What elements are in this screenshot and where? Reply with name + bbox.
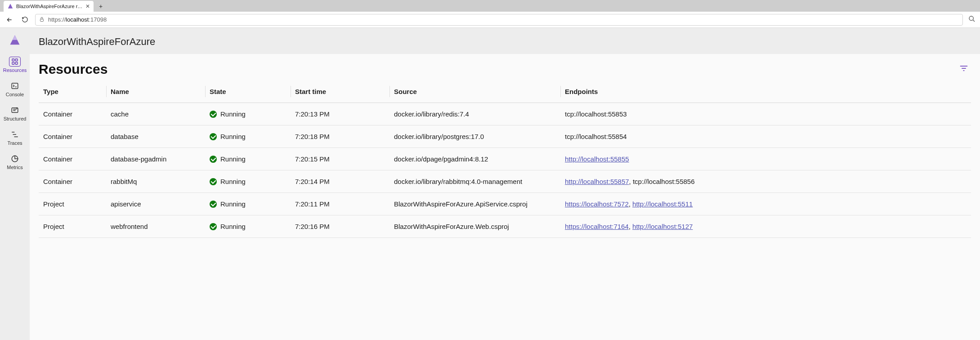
tab-title: BlazorWithAspireForAzure resour…	[16, 4, 83, 9]
app-title: BlazorWithAspireForAzure	[30, 28, 980, 54]
sidebar-item-resources[interactable]: Resources	[1, 54, 28, 76]
state-text: Running	[220, 133, 246, 140]
cell-state: Running	[205, 193, 291, 215]
svg-rect-5	[15, 62, 18, 64]
endpoint-text: tcp://localhost:55856	[633, 178, 695, 185]
cell-type: Project	[39, 193, 106, 215]
grid-icon	[9, 57, 21, 67]
svg-point-1	[969, 16, 973, 20]
url-host: localhost	[66, 16, 89, 23]
sidebar-item-label: Traces	[7, 140, 22, 146]
cell-type: Project	[39, 215, 106, 238]
table-row[interactable]: ProjectwebfrontendRunning7:20:16 PMBlazo…	[39, 215, 971, 238]
cell-source: docker.io/library/postgres:17.0	[389, 125, 560, 148]
cell-name: apiservice	[106, 193, 205, 215]
endpoint-link[interactable]: http://localhost:5511	[632, 200, 693, 208]
svg-rect-0	[40, 19, 44, 21]
check-circle-icon	[210, 201, 217, 208]
new-tab-button[interactable]: +	[95, 1, 106, 12]
svg-rect-2	[12, 59, 14, 61]
url-port: :17098	[89, 16, 107, 23]
svg-rect-6	[12, 83, 18, 89]
sidebar: Resources Console Structured Traces Metr…	[0, 28, 30, 340]
cell-state: Running	[205, 125, 291, 148]
cell-source: BlazorWithAspireForAzure.ApiService.cspr…	[389, 193, 560, 215]
column-header-start[interactable]: Start time	[291, 81, 389, 103]
column-header-endpoints[interactable]: Endpoints	[560, 81, 971, 103]
column-header-state[interactable]: State	[205, 81, 291, 103]
aspire-logo-icon	[9, 34, 21, 47]
cell-source: docker.io/library/redis:7.4	[389, 103, 560, 125]
column-header-type[interactable]: Type	[39, 81, 106, 103]
browser-tab[interactable]: BlazorWithAspireForAzure resour… ✕	[4, 1, 94, 12]
check-circle-icon	[210, 111, 217, 118]
sidebar-item-console[interactable]: Console	[1, 78, 28, 100]
aspire-favicon	[7, 3, 13, 9]
cell-start-time: 7:20:14 PM	[291, 170, 389, 193]
terminal-icon	[9, 81, 21, 91]
cell-type: Container	[39, 170, 106, 193]
cell-source: docker.io/dpage/pgadmin4:8.12	[389, 148, 560, 170]
endpoint-link[interactable]: https://localhost:7164	[565, 223, 629, 230]
sidebar-item-traces[interactable]: Traces	[1, 127, 28, 148]
browser-tab-strip: BlazorWithAspireForAzure resour… ✕ +	[0, 0, 980, 12]
back-button[interactable]	[4, 15, 14, 25]
address-bar[interactable]: https://localhost:17098	[35, 14, 963, 26]
table-row[interactable]: ContainerdatabaseRunning7:20:18 PMdocker…	[39, 125, 971, 148]
endpoint-link[interactable]: https://localhost:7572	[565, 200, 629, 208]
state-text: Running	[220, 155, 246, 163]
cell-name: database-pgadmin	[106, 148, 205, 170]
column-header-name[interactable]: Name	[106, 81, 205, 103]
endpoint-link[interactable]: http://localhost:5127	[632, 223, 693, 230]
search-icon[interactable]	[968, 15, 976, 24]
cell-start-time: 7:20:15 PM	[291, 148, 389, 170]
table-row[interactable]: Containerdatabase-pgadminRunning7:20:15 …	[39, 148, 971, 170]
state-text: Running	[220, 200, 246, 208]
cell-start-time: 7:20:11 PM	[291, 193, 389, 215]
check-circle-icon	[210, 178, 217, 185]
url-scheme: https://	[48, 16, 66, 23]
browser-toolbar: https://localhost:17098	[0, 12, 980, 28]
sidebar-item-label: Structured	[4, 116, 27, 121]
state-text: Running	[220, 110, 246, 118]
cell-endpoints: http://localhost:55857, tcp://localhost:…	[560, 170, 971, 193]
cell-start-time: 7:20:18 PM	[291, 125, 389, 148]
refresh-button[interactable]	[20, 15, 30, 25]
cell-state: Running	[205, 170, 291, 193]
endpoint-text: tcp://localhost:55854	[565, 133, 627, 140]
cell-type: Container	[39, 103, 106, 125]
endpoint-link[interactable]: http://localhost:55855	[565, 155, 629, 163]
gantt-icon	[9, 130, 21, 139]
cell-endpoints: https://localhost:7572, http://localhost…	[560, 193, 971, 215]
endpoint-text: tcp://localhost:55853	[565, 110, 627, 118]
cell-name: cache	[106, 103, 205, 125]
table-row[interactable]: ContainerrabbitMqRunning7:20:14 PMdocker…	[39, 170, 971, 193]
sidebar-item-structured[interactable]: Structured	[1, 103, 28, 124]
list-sparkle-icon	[9, 105, 21, 115]
cell-start-time: 7:20:16 PM	[291, 215, 389, 238]
sidebar-item-label: Metrics	[7, 165, 22, 170]
table-row[interactable]: ContainercacheRunning7:20:13 PMdocker.io…	[39, 103, 971, 125]
cell-type: Container	[39, 125, 106, 148]
cell-state: Running	[205, 103, 291, 125]
sidebar-item-label: Resources	[3, 67, 27, 73]
state-text: Running	[220, 178, 246, 185]
filter-button[interactable]	[957, 61, 971, 77]
cell-endpoints: tcp://localhost:55854	[560, 125, 971, 148]
table-row[interactable]: ProjectapiserviceRunning7:20:11 PMBlazor…	[39, 193, 971, 215]
endpoint-link[interactable]: http://localhost:55857	[565, 178, 629, 185]
state-text: Running	[220, 223, 246, 230]
cell-start-time: 7:20:13 PM	[291, 103, 389, 125]
url-text: https://localhost:17098	[48, 16, 107, 23]
sidebar-item-metrics[interactable]: Metrics	[1, 151, 28, 173]
cell-source: BlazorWithAspireForAzure.Web.csproj	[389, 215, 560, 238]
cell-source: docker.io/library/rabbitmq:4.0-managemen…	[389, 170, 560, 193]
page-title: Resources	[39, 62, 107, 77]
sidebar-item-label: Console	[6, 92, 24, 97]
column-header-source[interactable]: Source	[389, 81, 560, 103]
check-circle-icon	[210, 223, 217, 230]
close-icon[interactable]: ✕	[85, 3, 90, 9]
cell-name: rabbitMq	[106, 170, 205, 193]
cell-name: database	[106, 125, 205, 148]
check-circle-icon	[210, 133, 217, 140]
